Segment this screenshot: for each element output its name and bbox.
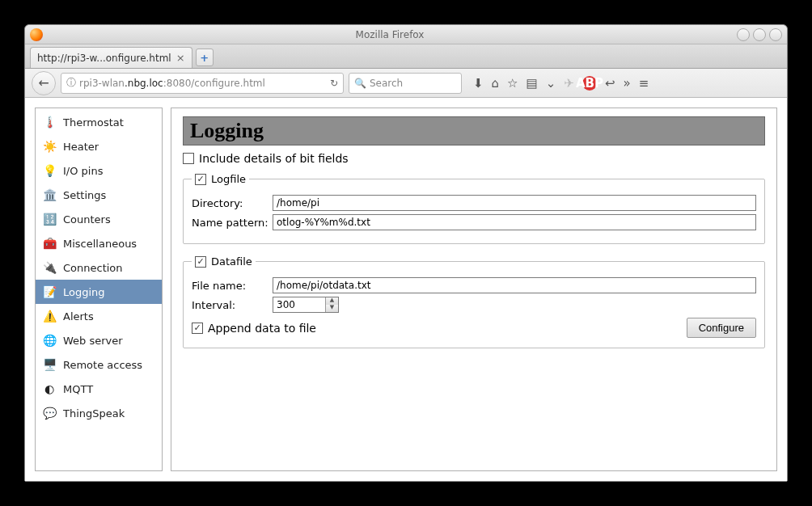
web-server-icon: 🌐	[42, 333, 57, 348]
browser-tab[interactable]: http://rpi3-w...onfigure.html ×	[30, 47, 192, 68]
logfile-pattern-input[interactable]	[273, 214, 756, 230]
datafile-file-label: File name:	[192, 280, 273, 292]
sidebar-item-thermostat[interactable]: 🌡️Thermostat	[36, 110, 162, 134]
logging-icon: 📝	[42, 285, 57, 299]
thingspeak-icon: 💬	[42, 406, 57, 420]
remote-access-icon: 🖥️	[42, 357, 57, 372]
alerts-icon: ⚠️	[42, 309, 57, 323]
minimize-button[interactable]	[737, 28, 750, 41]
firefox-window: Mozilla Firefox http://rpi3-w...onfigure…	[24, 24, 788, 482]
sidebar-item-label: Heater	[63, 141, 99, 153]
sidebar-item-settings[interactable]: 🏛️Settings	[36, 183, 162, 207]
datafile-file-input[interactable]	[273, 277, 756, 293]
reload-icon[interactable]: ↻	[330, 78, 338, 89]
append-checkbox[interactable]	[192, 323, 203, 334]
sidebar-item-label: Counters	[63, 213, 111, 226]
heater-icon: ☀️	[42, 139, 57, 154]
maximize-button[interactable]	[753, 28, 766, 41]
interval-step-down[interactable]: ▼	[326, 305, 338, 312]
logfile-pattern-label: Name pattern:	[192, 217, 273, 229]
connection-icon: 🔌	[42, 260, 57, 275]
close-window-button[interactable]	[769, 28, 782, 41]
sidebar-item-label: ThingSpeak	[63, 407, 125, 420]
sidebar-item-label: Web server	[63, 335, 123, 347]
url-bar[interactable]: ⓘ rpi3-wlan.nbg.loc:8080/configure.html …	[61, 73, 344, 94]
page-heading: Logging	[183, 116, 765, 145]
datafile-interval-label: Interval:	[192, 299, 273, 311]
sidebar-item-connection[interactable]: 🔌Connection	[36, 255, 162, 280]
logfile-legend: Logfile	[211, 173, 246, 185]
mqtt-icon: ◐	[42, 382, 57, 396]
search-bar[interactable]: 🔍 Search	[349, 73, 462, 94]
sidebar-item-label: Thermostat	[63, 116, 124, 129]
search-placeholder: Search	[370, 78, 403, 89]
counters-icon: 🔢	[42, 212, 57, 226]
back-button[interactable]: ←	[32, 71, 56, 95]
sidebar-item-alerts[interactable]: ⚠️Alerts	[36, 304, 162, 328]
tab-close-icon[interactable]: ×	[176, 52, 185, 64]
send-icon[interactable]: ✈	[564, 76, 574, 91]
datafile-interval-input[interactable]	[273, 297, 325, 312]
new-tab-button[interactable]: +	[196, 48, 214, 66]
sidebar-item-label: I/O pins	[63, 165, 103, 177]
tab-strip: http://rpi3-w...onfigure.html × +	[25, 44, 787, 69]
include-details-checkbox[interactable]	[183, 153, 194, 164]
sidebar-item-misc[interactable]: 🧰Miscellaneous	[36, 231, 162, 255]
sidebar-toggle-icon[interactable]: ▤	[527, 76, 538, 91]
titlebar: Mozilla Firefox	[25, 25, 787, 44]
sidebar-item-thingspeak[interactable]: 💬ThingSpeak	[36, 401, 162, 425]
datafile-fieldset: Datafile File name: Interval: ▲ ▼	[183, 255, 765, 348]
toolbar: ← ⓘ rpi3-wlan.nbg.loc:8080/configure.htm…	[25, 69, 787, 98]
logfile-dir-input[interactable]	[273, 195, 756, 211]
configure-button[interactable]: Configure	[687, 318, 756, 338]
sidebar-item-heater[interactable]: ☀️Heater	[36, 134, 162, 158]
sidebar-item-label: MQTT	[63, 383, 93, 395]
misc-icon: 🧰	[42, 236, 57, 251]
datafile-enable-checkbox[interactable]	[195, 256, 206, 268]
sidebar: 🌡️Thermostat ☀️Heater 💡I/O pins 🏛️Settin…	[35, 108, 163, 471]
search-icon: 🔍	[354, 78, 366, 89]
settings-icon: 🏛️	[42, 188, 57, 202]
sidebar-item-label: Alerts	[63, 310, 94, 323]
logfile-fieldset: Logfile Directory: Name pattern:	[183, 173, 765, 244]
sidebar-item-logging[interactable]: 📝Logging	[36, 280, 162, 304]
main-panel: Logging Include details of bit fields Lo…	[171, 108, 777, 471]
window-title: Mozilla Firefox	[43, 29, 737, 40]
sidebar-item-label: Remote access	[63, 359, 142, 371]
thermostat-icon: 🌡️	[42, 115, 57, 129]
sidebar-item-label: Connection	[63, 262, 123, 274]
append-label: Append data to file	[208, 322, 316, 335]
logfile-dir-label: Directory:	[192, 197, 273, 209]
sidebar-item-mqtt[interactable]: ◐MQTT	[36, 377, 162, 401]
firefox-icon	[30, 28, 43, 41]
pocket-icon[interactable]: ⌄	[546, 76, 556, 91]
sidebar-item-io-pins[interactable]: 💡I/O pins	[36, 158, 162, 183]
downloads-icon[interactable]: ⬇	[473, 76, 484, 91]
home-icon[interactable]: ⌂	[492, 76, 500, 91]
sidebar-item-label: Settings	[63, 189, 106, 201]
tab-label: http://rpi3-w...onfigure.html	[37, 53, 171, 64]
sidebar-item-remote-access[interactable]: 🖥️Remote access	[36, 352, 162, 377]
sidebar-item-counters[interactable]: 🔢Counters	[36, 207, 162, 231]
url-text: rpi3-wlan.nbg.loc:8080/configure.html	[79, 78, 327, 89]
io-pins-icon: 💡	[42, 163, 57, 178]
site-info-icon[interactable]: ⓘ	[66, 76, 76, 90]
logfile-enable-checkbox[interactable]	[195, 174, 206, 185]
sidebar-item-label: Logging	[63, 286, 105, 298]
datafile-legend: Datafile	[211, 255, 252, 268]
sidebar-item-label: Miscellaneous	[63, 238, 137, 250]
bookmark-star-icon[interactable]: ☆	[507, 76, 518, 91]
sidebar-item-web-server[interactable]: 🌐Web server	[36, 328, 162, 352]
include-details-label: Include details of bit fields	[199, 152, 349, 165]
overflow-icon[interactable]: »	[623, 76, 630, 91]
history-icon[interactable]: ↩	[605, 76, 615, 91]
abp-icon[interactable]: ABP	[582, 76, 597, 91]
hamburger-menu-icon[interactable]: ≡	[639, 76, 649, 91]
